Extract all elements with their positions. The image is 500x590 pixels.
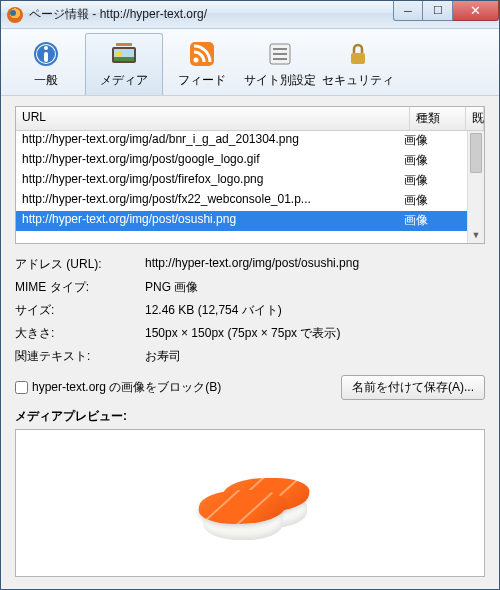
- details: アドレス (URL):http://hyper-text.org/img/pos…: [15, 256, 485, 371]
- address-value: http://hyper-text.org/img/post/osushi.pn…: [145, 256, 485, 273]
- firefox-icon: [7, 7, 23, 23]
- list-row-selected[interactable]: http://hyper-text.org/img/post/osushi.pn…: [16, 211, 484, 231]
- tab-security-label: セキュリティ: [322, 72, 394, 89]
- svg-point-11: [194, 58, 199, 63]
- list-row[interactable]: http://hyper-text.org/img/post/google_lo…: [16, 151, 484, 171]
- preview-label: メディアプレビュー:: [15, 408, 485, 425]
- svg-point-7: [116, 51, 122, 57]
- svg-rect-4: [44, 52, 48, 62]
- info-icon: [10, 38, 82, 70]
- tab-security[interactable]: セキュリティ: [319, 33, 397, 95]
- svg-rect-15: [273, 58, 287, 60]
- tab-permissions-label: サイト別設定: [244, 72, 316, 89]
- tab-feed-label: フィード: [166, 72, 238, 89]
- dimensions-value: 150px × 150px (75px × 75px で表示): [145, 325, 485, 342]
- column-extra[interactable]: 既: [466, 107, 484, 130]
- svg-rect-16: [351, 53, 365, 64]
- permissions-icon: [244, 38, 316, 70]
- size-label: サイズ:: [15, 302, 145, 319]
- tab-feed[interactable]: フィード: [163, 33, 241, 95]
- tab-general[interactable]: 一般: [7, 33, 85, 95]
- preview-image: [175, 448, 325, 558]
- list-header: URL 種類 既: [16, 107, 484, 131]
- scroll-thumb[interactable]: [470, 133, 482, 173]
- tab-general-label: 一般: [10, 72, 82, 89]
- toolbar: 一般 メディア フィード サイト別設定 セキュリティ: [1, 29, 499, 96]
- list-row[interactable]: http://hyper-text.org/img/post/fx22_webc…: [16, 191, 484, 211]
- mime-value: PNG 画像: [145, 279, 485, 296]
- alt-label: 関連テキスト:: [15, 348, 145, 365]
- column-url[interactable]: URL: [16, 107, 410, 130]
- save-as-button[interactable]: 名前を付けて保存(A)...: [341, 375, 485, 400]
- block-images-label: hyper-text.org の画像をブロック(B): [32, 379, 221, 396]
- svg-rect-14: [273, 53, 287, 55]
- titlebar[interactable]: ページ情報 - http://hyper-text.org/ ─ ☐ ✕: [1, 1, 499, 29]
- media-list[interactable]: URL 種類 既 http://hyper-text.org/img/ad/bn…: [15, 106, 485, 244]
- media-preview: [15, 429, 485, 577]
- scroll-down-icon[interactable]: ▼: [468, 226, 484, 243]
- block-images-checkbox[interactable]: [15, 381, 28, 394]
- list-body: http://hyper-text.org/img/ad/bnr_i_g_ad_…: [16, 131, 484, 243]
- svg-rect-9: [116, 43, 132, 46]
- list-row[interactable]: http://hyper-text.org/img/post/firefox_l…: [16, 171, 484, 191]
- window-title: ページ情報 - http://hyper-text.org/: [29, 6, 207, 23]
- tab-permissions[interactable]: サイト別設定: [241, 33, 319, 95]
- dimensions-label: 大きさ:: [15, 325, 145, 342]
- svg-point-3: [44, 46, 48, 50]
- lock-icon: [322, 38, 394, 70]
- content-area: URL 種類 既 http://hyper-text.org/img/ad/bn…: [1, 96, 499, 589]
- close-button[interactable]: ✕: [453, 1, 499, 21]
- feed-icon: [166, 38, 238, 70]
- tab-media[interactable]: メディア: [85, 33, 163, 95]
- column-type[interactable]: 種類: [410, 107, 466, 130]
- media-icon: [88, 38, 160, 70]
- maximize-button[interactable]: ☐: [423, 1, 453, 21]
- list-row[interactable]: http://hyper-text.org/img/ad/bnr_i_g_ad_…: [16, 131, 484, 151]
- address-label: アドレス (URL):: [15, 256, 145, 273]
- mime-label: MIME タイプ:: [15, 279, 145, 296]
- svg-rect-8: [114, 57, 134, 61]
- alt-value: お寿司: [145, 348, 485, 365]
- scrollbar[interactable]: ▲ ▼: [467, 131, 484, 243]
- svg-rect-13: [273, 48, 287, 50]
- size-value: 12.46 KB (12,754 バイト): [145, 302, 485, 319]
- minimize-button[interactable]: ─: [393, 1, 423, 21]
- page-info-window: ページ情報 - http://hyper-text.org/ ─ ☐ ✕ 一般 …: [0, 0, 500, 590]
- tab-media-label: メディア: [88, 72, 160, 89]
